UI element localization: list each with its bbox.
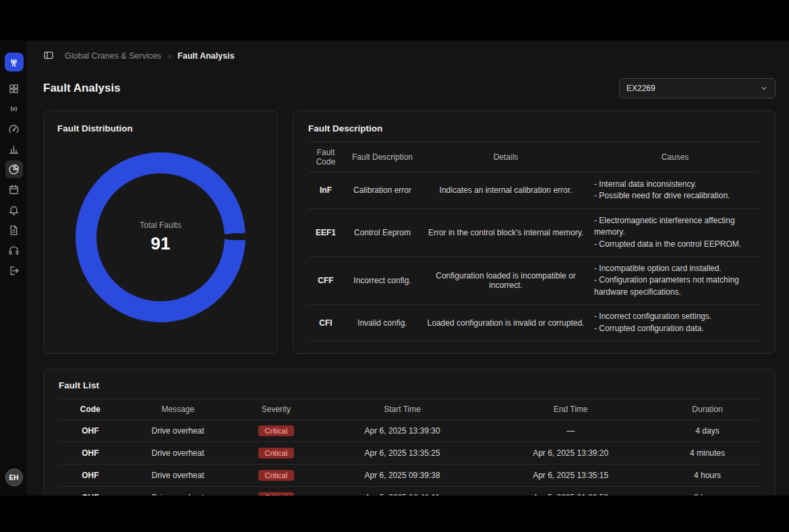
sidebar-toggle-icon[interactable] [43,50,55,62]
sidebar: EH [0,40,28,496]
column-header: Start Time [318,398,487,419]
fault-code-cell: OHF [59,419,122,442]
fault-details-cell: Indicates an internal calibration error. [421,173,590,209]
fault-description-cell: Incorrect config. [343,256,421,304]
table-row: InF Calibration error Indicates an inter… [308,173,760,209]
headset-icon[interactable] [5,241,23,259]
bell-icon[interactable] [5,201,23,218]
fault-description-card: Fault Description Fault Code Fault Descr… [293,111,776,354]
table-row[interactable]: OHF Drive overheat Critical Apr 6, 2025 … [59,419,760,442]
fault-code-cell: InF [308,173,343,209]
fault-causes-cell: - Incompatible option card installed.- C… [590,256,760,304]
fault-message-cell: Drive overheat [122,486,234,496]
fault-code-cell: OHF [59,464,122,486]
fault-message-cell: Drive overheat [122,464,234,486]
column-header: Duration [655,398,760,419]
fault-description-cell: Calibration error [343,173,421,209]
fault-distribution-title: Fault Distribution [57,123,264,134]
fault-details-cell: Loaded configuration is invalid or corru… [421,305,590,341]
page-title: Fault Analysis [43,82,121,95]
app-window: EH Global Cranes & Services › Fault Anal… [0,40,789,496]
column-header: Message [122,398,234,419]
fault-duration-cell: 4 days [655,419,760,442]
fault-distribution-card: Fault Distribution Total Faults 91 [43,111,278,354]
fault-causes-cell: - Internal data inconsistency.- Possible… [590,173,760,209]
donut-center-label: Total Faults [140,220,181,230]
fault-duration-cell: 4 minutes [655,442,760,464]
fault-list-title: Fault List [59,380,760,390]
device-select[interactable]: EX2269 [619,78,776,98]
fault-end-time-cell: Apr 6, 2025 13:39:20 [486,442,655,464]
fault-duration-cell: 3 hours [655,486,760,496]
fault-details-cell: Configuration loaded is incompatible or … [421,256,590,304]
column-header: Fault Code [308,142,343,173]
radio-tower-icon[interactable] [5,53,24,71]
breadcrumb-current: Fault Analysis [177,51,234,61]
fault-severity-cell: Critical [234,464,318,486]
column-header: Causes [590,142,760,173]
fault-code-cell: OHF [59,486,122,496]
column-header: End Time [486,398,655,419]
fault-code-cell: EEF1 [308,208,343,256]
broadcast-icon[interactable] [5,100,23,117]
fault-end-time-cell: Apr 5, 2025 21:20:58 [486,486,655,496]
severity-badge: Critical [258,425,295,436]
table-row[interactable]: OHF Drive overheat Critical Apr 6, 2025 … [59,464,760,486]
fault-severity-cell: Critical [234,486,318,496]
breadcrumb-root[interactable]: Global Cranes & Services [65,51,161,61]
bar-chart-icon[interactable] [5,140,23,158]
breadcrumb-separator: › [168,51,171,61]
fault-start-time-cell: Apr 6, 2025 13:39:30 [318,419,487,442]
fault-message-cell: Drive overheat [122,419,234,442]
column-header: Code [59,398,122,419]
fault-end-time-cell: Apr 6, 2025 13:35:15 [486,464,655,486]
fault-causes-cell: - Electromagnetic interference affecting… [590,208,760,256]
donut-total-value: 91 [151,233,171,254]
gauge-icon[interactable] [5,120,23,138]
table-row: CFF Incorrect config. Configuration load… [308,256,760,304]
fault-causes-cell: - Incorrect configuration settings.- Cor… [590,305,760,341]
avatar[interactable]: EH [5,469,23,486]
fault-list-card: Fault List Code Message Severity Start T… [43,369,776,496]
fault-code-cell: OHF [59,442,122,464]
column-header: Severity [234,398,318,419]
fault-message-cell: Drive overheat [122,442,234,464]
fault-description-table: Fault Code Fault Description Details Cau… [308,142,760,341]
severity-badge: Critical [258,470,295,481]
fault-code-cell: CFF [308,256,343,304]
fault-severity-cell: Critical [234,419,318,442]
calendar-icon[interactable] [5,181,23,198]
main-content: Global Cranes & Services › Fault Analysi… [28,40,789,496]
fault-end-time-cell: — [486,419,655,442]
fault-duration-cell: 4 hours [655,464,760,486]
dashboard-grid-icon[interactable] [5,80,23,97]
logout-icon[interactable] [5,262,23,279]
document-icon[interactable] [5,221,23,239]
fault-details-cell: Error in the control block's internal me… [421,208,590,256]
table-row[interactable]: OHF Drive overheat Critical Apr 5, 2025 … [59,486,760,496]
fault-start-time-cell: Apr 6, 2025 09:39:38 [318,464,487,486]
column-header: Fault Description [343,142,421,173]
fault-description-cell: Invalid config. [343,305,421,341]
fault-start-time-cell: Apr 5, 2025 18:41:11 [318,486,487,496]
chevron-down-icon [760,84,768,92]
breadcrumb: Global Cranes & Services › Fault Analysi… [43,40,776,69]
fault-code-cell: CFI [308,305,343,341]
fault-description-cell: Control Eeprom [343,208,421,256]
fault-distribution-donut-chart[interactable]: Total Faults 91 [76,152,245,322]
table-row[interactable]: OHF Drive overheat Critical Apr 6, 2025 … [59,442,760,464]
column-header: Details [421,142,590,173]
fault-severity-cell: Critical [234,442,318,464]
severity-badge: Critical [258,448,295,459]
fault-start-time-cell: Apr 6, 2025 13:35:25 [318,442,487,464]
severity-badge: Critical [258,492,295,496]
fault-description-title: Fault Description [308,123,760,134]
device-select-value: EX2269 [626,84,655,93]
fault-list-table: Code Message Severity Start Time End Tim… [59,398,760,496]
table-row: CFI Invalid config. Loaded configuration… [308,305,760,341]
pie-chart-icon[interactable] [5,160,23,178]
table-row: EEF1 Control Eeprom Error in the control… [308,208,760,256]
